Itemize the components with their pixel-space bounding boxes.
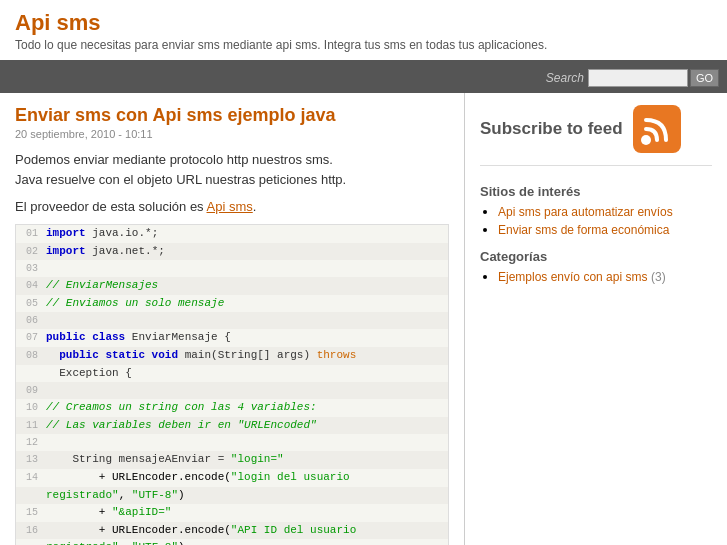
code-line: Exception {: [16, 365, 448, 383]
code-line: 10 // Creamos un string con las 4 variab…: [16, 399, 448, 417]
sidebar-section: Sitios de interés Api sms para automatiz…: [480, 184, 712, 284]
code-line: 04 // EnviarMensajes: [16, 277, 448, 295]
svg-point-1: [641, 135, 651, 145]
provider-link[interactable]: Api sms: [207, 199, 253, 214]
code-line: 12: [16, 434, 448, 451]
intro-line1: Podemos enviar mediante protocolo http n…: [15, 152, 333, 167]
code-line: 14 + URLEncoder.encode("login del usuari…: [16, 469, 448, 487]
site-description: Todo lo que necesitas para enviar sms me…: [15, 38, 712, 52]
main-layout: Enviar sms con Api sms ejemplo java 20 s…: [0, 93, 727, 545]
interest-link-1[interactable]: Api sms para automatizar envíos: [498, 205, 673, 219]
go-button[interactable]: GO: [690, 69, 719, 87]
category-link-1[interactable]: Ejemplos envío con api sms: [498, 270, 647, 284]
code-line: 03: [16, 260, 448, 277]
navbar: Search GO: [0, 63, 727, 93]
code-block: 01 import java.io.*; 02 import java.net.…: [15, 224, 449, 545]
code-line: 09: [16, 382, 448, 399]
category-count: (3): [651, 270, 666, 284]
code-line: 08 public static void main(String[] args…: [16, 347, 448, 365]
code-line: 15 + "&apiID=": [16, 504, 448, 522]
code-line: registrado", "UTF-8"): [16, 539, 448, 545]
svg-rect-0: [633, 105, 681, 153]
code-line: 02 import java.net.*;: [16, 243, 448, 261]
rss-icon[interactable]: [633, 105, 681, 153]
code-line: 16 + URLEncoder.encode("API ID del usuar…: [16, 522, 448, 540]
article-date: 20 septiembre, 2010 - 10:11: [15, 128, 449, 140]
list-item: Enviar sms de forma económica: [498, 222, 712, 237]
intro-line2: Java resuelve con el objeto URL nuestras…: [15, 172, 346, 187]
provider-text: El proveedor de esta solución es: [15, 199, 207, 214]
code-line: 01 import java.io.*;: [16, 225, 448, 243]
content-area: Enviar sms con Api sms ejemplo java 20 s…: [0, 93, 465, 545]
code-line: registrado", "UTF-8"): [16, 487, 448, 505]
code-line: 06: [16, 312, 448, 329]
provider-text2: .: [253, 199, 257, 214]
article-title[interactable]: Enviar sms con Api sms ejemplo java: [15, 105, 335, 125]
category-links: Ejemplos envío con api sms (3): [498, 269, 712, 284]
sidebar-section-title-categories: Categorías: [480, 249, 712, 264]
search-label: Search: [546, 71, 584, 85]
interest-links: Api sms para automatizar envíos Enviar s…: [498, 204, 712, 237]
feed-text: Subscribe to feed: [480, 119, 623, 139]
article-intro: Podemos enviar mediante protocolo http n…: [15, 150, 449, 189]
sidebar: Subscribe to feed Sitios de interés Api …: [465, 93, 727, 545]
search-input[interactable]: [588, 69, 688, 87]
list-item: Api sms para automatizar envíos: [498, 204, 712, 219]
site-header: Api sms Todo lo que necesitas para envia…: [0, 0, 727, 63]
interest-link-2[interactable]: Enviar sms de forma económica: [498, 223, 669, 237]
article-provider: El proveedor de esta solución es Api sms…: [15, 199, 449, 214]
feed-box: Subscribe to feed: [480, 105, 712, 166]
list-item: Ejemplos envío con api sms (3): [498, 269, 712, 284]
sidebar-section-title-interest: Sitios de interés: [480, 184, 712, 199]
code-line: 13 String mensajeAEnviar = "login=": [16, 451, 448, 469]
code-line: 07 public class EnviarMensaje {: [16, 329, 448, 347]
site-title: Api sms: [15, 10, 712, 36]
code-line: 11 // Las variables deben ir en "URLEnco…: [16, 417, 448, 435]
code-line: 05 // Enviamos un solo mensaje: [16, 295, 448, 313]
